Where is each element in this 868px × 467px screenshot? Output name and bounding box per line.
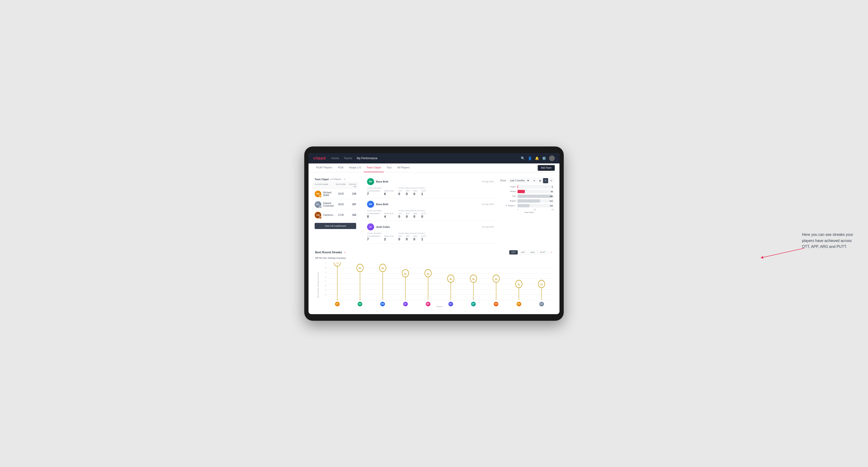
bar-track: 499: [518, 195, 554, 198]
streaks-title: Best Round Streaks ←: [315, 250, 347, 254]
arg-filter-button[interactable]: ARG: [528, 250, 537, 254]
tablet-device: clippd Home Teams My Performance 🔍 👤 🔔 ⚙…: [304, 147, 564, 321]
table-row[interactable]: RB 1 Richard Butler 19/20 110: [312, 189, 359, 199]
y-tick: 0: [322, 294, 326, 295]
user-avatar[interactable]: [549, 155, 555, 161]
chart-x-axis: 0 200 400: [504, 209, 554, 210]
user-icon[interactable]: 👤: [528, 156, 532, 160]
avatar: BM: [358, 302, 362, 306]
ott-filter-button[interactable]: OTT: [509, 250, 518, 254]
svg-text:7x: 7x: [336, 262, 339, 264]
edit-icon[interactable]: ✎: [344, 178, 346, 181]
total-shots-chart: Eagles 3 Birdies 96: [504, 185, 554, 214]
subnav-pga[interactable]: PGA: [335, 163, 346, 172]
arg-value: 0: [413, 237, 417, 241]
search-icon[interactable]: 🔍: [521, 156, 525, 160]
grid-view-button[interactable]: ⊞: [532, 178, 537, 183]
practice-activities-stats: Total Practice Activities OTT 0 APP 0: [398, 187, 426, 196]
svg-text:4x: 4x: [495, 278, 497, 280]
practice-label: Practice: [384, 213, 394, 215]
app-value: 0: [406, 192, 410, 196]
avatar: JC: [403, 302, 408, 306]
subnav: PGAT Players PGA Hcaps 1-5 Team Clippd T…: [309, 163, 559, 173]
svg-text:3x: 3x: [518, 283, 520, 286]
rounds-stats: Total Rounds Tournament 8 Practice 4: [367, 210, 394, 218]
app-value: 0: [406, 237, 410, 241]
rounds-label: Total Rounds: [367, 232, 394, 235]
practice-value: 6: [384, 192, 394, 196]
bar-row: Birdies 96: [504, 190, 554, 193]
arg-label: ARG: [413, 213, 417, 215]
table-row[interactable]: EC 2 Edward Crossman 18/20 107: [312, 199, 359, 210]
x-tick: 400: [551, 209, 554, 210]
svg-text:5x: 5x: [427, 272, 430, 275]
list-item: JC Josh Coles 26 Aug 2023 Total Rounds T…: [364, 221, 497, 244]
player-card-name: Josh Coles: [376, 225, 390, 228]
subnav-all-players[interactable]: All Players: [395, 163, 412, 172]
tournament-label: Tournament: [367, 235, 380, 237]
streaks-subtitle: Off The Tee, Fairway Accuracy: [315, 257, 553, 259]
tournament-value: 8: [367, 215, 380, 218]
show-label: Show: [500, 179, 506, 182]
bar-value: 311: [550, 200, 553, 202]
player-card-name: Rees Britt: [376, 203, 388, 206]
navbar-links: Home Teams My Performance: [331, 156, 515, 161]
player-card-date: 02 Sep 2023: [482, 203, 494, 206]
annotation-arrow-svg: [760, 246, 807, 260]
avatar: DB: [380, 302, 385, 306]
player-name: Richard Butler: [323, 191, 335, 196]
avatar: RB: [426, 302, 431, 306]
bar-label: Eagles: [504, 186, 516, 188]
avatar: CM 3: [315, 212, 321, 218]
stats-grid: Total Rounds Tournament 7 Practice 6: [367, 187, 494, 196]
ott-label: OTT: [398, 190, 402, 192]
avatar: MM: [494, 302, 498, 306]
svg-text:5x: 5x: [404, 272, 407, 275]
bell-icon[interactable]: 🔔: [535, 156, 539, 160]
practice-activities-label: Total Practice Activities: [398, 210, 426, 212]
subnav-links: PGAT Players PGA Hcaps 1-5 Team Clippd T…: [313, 163, 412, 172]
putt-filter-button[interactable]: PUTT: [538, 250, 548, 254]
putt-label: PUTT: [421, 213, 426, 215]
nav-my-performance[interactable]: My Performance: [356, 156, 377, 161]
chart-x-title: Total Shots: [504, 211, 554, 214]
add-team-button[interactable]: Add Team: [537, 165, 555, 171]
subnav-pgat[interactable]: PGAT Players: [313, 163, 335, 172]
svg-text:6x: 6x: [359, 267, 361, 270]
arrow-right-icon: →: [550, 250, 553, 254]
svg-text:6x: 6x: [381, 267, 384, 270]
subnav-team-clippd[interactable]: Team Clippd: [364, 163, 384, 172]
player-avg: 110: [347, 192, 356, 195]
time-period-select[interactable]: Last 3 months: [507, 178, 530, 183]
team-name: Team Clippd: [315, 178, 329, 181]
bar-fill: [518, 204, 530, 207]
svg-text:4x: 4x: [472, 278, 475, 280]
detail-view-button[interactable]: ⊟: [549, 178, 554, 183]
app-label: APP: [406, 213, 410, 215]
y-tick: 1: [322, 289, 326, 291]
app-filter-button[interactable]: APP: [519, 250, 527, 254]
player-table-header: PLAYER NAME PB SCORE PB AVG SQ: [312, 182, 359, 189]
bar-label: Birdies: [504, 190, 516, 192]
list-view-button[interactable]: ▦: [537, 178, 542, 183]
subnav-tour[interactable]: Tour: [384, 163, 394, 172]
y-ticks: 7 6 5 4 3 2 1 0: [322, 262, 326, 308]
player-avg: 103: [347, 214, 356, 216]
card-header: JC Josh Coles 26 Aug 2023: [367, 223, 494, 230]
rank-badge: 3: [319, 216, 322, 219]
player-name: Cameron...: [323, 214, 335, 216]
subnav-hcaps[interactable]: Hcaps 1-5: [346, 163, 364, 172]
y-axis-label: Best Streak, Fairway Accuracy: [317, 272, 319, 298]
avatar: RB: [367, 201, 374, 208]
practice-value: 2: [384, 237, 394, 241]
chart-view-button[interactable]: ≡: [543, 178, 548, 183]
bar-row: Pars 499: [504, 195, 554, 198]
view-leaderboard-button[interactable]: View Full Leaderboard: [315, 223, 356, 229]
nav-teams[interactable]: Teams: [344, 156, 352, 161]
table-row[interactable]: CM 3 Cameron... 17/20 103: [312, 210, 359, 220]
streaks-chart-svg: 7x 6x 6x: [326, 262, 553, 305]
avatar: DF: [471, 302, 476, 306]
settings-icon[interactable]: ⚙️: [542, 156, 546, 160]
nav-home[interactable]: Home: [331, 156, 339, 161]
navbar-actions: 🔍 👤 🔔 ⚙️: [521, 155, 555, 161]
